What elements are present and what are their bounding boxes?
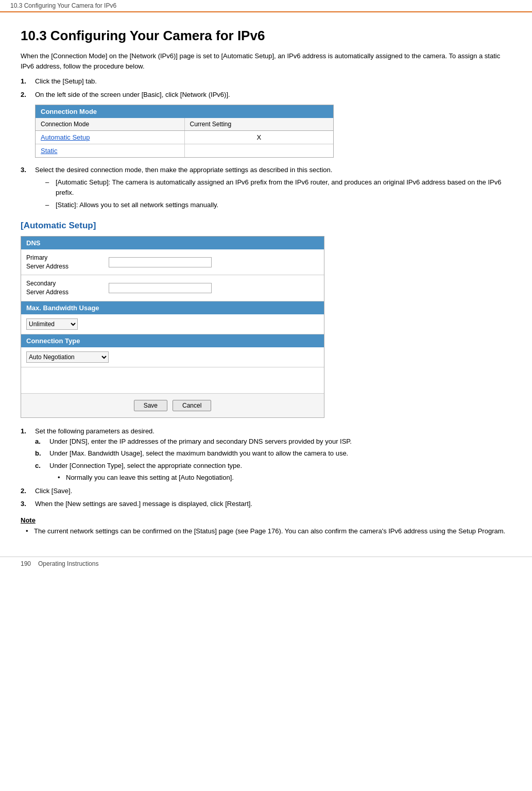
sub-a-label: a.: [35, 436, 49, 447]
automatic-setup-heading: [Automatic Setup]: [21, 221, 511, 231]
intro-paragraph: When the [Connection Mode] on the [Netwo…: [21, 51, 511, 71]
after-step-1-text: Set the following parameters as desired.: [35, 427, 155, 435]
after-step-3-text: When the [New settings are saved.] messa…: [35, 499, 511, 509]
page-content: 10.3 Configuring Your Camera for IPv6 Wh…: [0, 12, 532, 546]
automatic-setup-value: X: [185, 131, 334, 144]
connection-type-header: Connection Type: [21, 334, 324, 347]
sub-b-label: b.: [35, 448, 49, 459]
settings-panel: DNS PrimaryServer Address SecondaryServe…: [21, 236, 324, 418]
step-3-sub: – [Automatic Setup]: The camera is autom…: [45, 177, 511, 211]
after-step-2: 2. Click [Save].: [21, 486, 511, 496]
table-col-headers: Connection Mode Current Setting: [36, 118, 333, 131]
save-button[interactable]: Save: [134, 400, 167, 411]
after-step-3: 3. When the [New settings are saved.] me…: [21, 499, 511, 509]
dash-1: –: [45, 177, 56, 199]
sub-step-b: b. Under [Max. Bandwidth Usage], select …: [35, 448, 511, 459]
step-1: 1. Click the [Setup] tab.: [21, 76, 511, 87]
sub-c-label: c.: [35, 461, 49, 471]
after-step-1-content: Set the following parameters as desired.…: [35, 426, 511, 483]
step-2: 2. On the left side of the screen under …: [21, 90, 511, 100]
dns-header: DNS: [21, 237, 324, 249]
after-step-1-num: 1.: [21, 426, 35, 483]
primary-server-row: PrimaryServer Address: [21, 249, 324, 276]
bullet-symbol: •: [58, 473, 66, 483]
bandwidth-select[interactable]: Unlimited: [26, 318, 78, 330]
step-3-content: Select the desired connection mode, then…: [35, 165, 511, 212]
col-current-setting: Current Setting: [185, 118, 334, 130]
table-header: Connection Mode: [36, 105, 333, 118]
page-footer: 190 Operating Instructions: [0, 557, 532, 570]
footer-label: Operating Instructions: [38, 560, 98, 567]
sub-c-text: Under [Connection Type], select the appr…: [49, 461, 242, 471]
note-bullet-symbol: •: [26, 526, 34, 536]
static-cell: Static: [36, 144, 185, 157]
dash-2-text: [Static]: Allows you to set all network …: [56, 200, 218, 211]
bandwidth-row: Unlimited: [21, 314, 324, 334]
after-step-2-num: 2.: [21, 486, 35, 496]
col-connection-mode: Connection Mode: [36, 118, 185, 130]
sub-step-c: c. Under [Connection Type], select the a…: [35, 461, 511, 471]
page-number: 190: [21, 560, 31, 567]
after-step-2-text: Click [Save].: [35, 486, 511, 496]
dash-item-1: – [Automatic Setup]: The camera is autom…: [45, 177, 511, 199]
connection-type-select[interactable]: Auto Negotiation: [26, 351, 109, 363]
dash-item-2: – [Static]: Allows you to set all networ…: [45, 200, 511, 211]
step-1-num: 1.: [21, 76, 35, 87]
static-link[interactable]: Static: [41, 147, 58, 155]
step-3-text: Select the desired connection mode, then…: [35, 166, 332, 174]
automatic-setup-cell: Automatic Setup: [36, 131, 185, 144]
note-section: Note • The current network settings can …: [21, 516, 511, 536]
panel-buttons: Save Cancel: [21, 393, 324, 417]
step-3: 3. Select the desired connection mode, t…: [21, 165, 511, 212]
page-header: 10.3 Configuring Your Camera for IPv6: [0, 0, 532, 12]
header-title: 10.3 Configuring Your Camera for IPv6: [10, 2, 116, 9]
primary-server-input[interactable]: [109, 257, 212, 267]
table-row-static: Static: [36, 144, 333, 157]
static-value: [185, 144, 334, 157]
dash-1-text: [Automatic Setup]: The camera is automat…: [56, 177, 511, 199]
note-title: Note: [21, 516, 511, 524]
empty-space: [21, 367, 324, 393]
note-bullet-text: The current network settings can be conf…: [34, 526, 505, 536]
bandwidth-header: Max. Bandwidth Usage: [21, 301, 324, 314]
automatic-setup-link[interactable]: Automatic Setup: [41, 133, 90, 141]
connection-mode-table: Connection Mode Connection Mode Current …: [35, 105, 334, 158]
bullet-item-auto: • Normally you can leave this setting at…: [58, 473, 511, 483]
connection-type-row: Auto Negotiation: [21, 347, 324, 367]
step-2-num: 2.: [21, 90, 35, 100]
step-2-text: On the left side of the screen under [Ba…: [35, 90, 511, 100]
sub-step-a: a. Under [DNS], enter the IP addresses o…: [35, 436, 511, 447]
after-panel-steps: 1. Set the following parameters as desir…: [21, 426, 511, 509]
sub-b-text: Under [Max. Bandwidth Usage], select the…: [49, 448, 348, 459]
secondary-server-input[interactable]: [109, 283, 212, 293]
note-bullet: • The current network settings can be co…: [26, 526, 511, 536]
cancel-button[interactable]: Cancel: [173, 400, 211, 411]
secondary-server-row: SecondaryServer Address: [21, 275, 324, 301]
page-title: 10.3 Configuring Your Camera for IPv6: [21, 28, 511, 44]
sub-a-text: Under [DNS], enter the IP addresses of t…: [49, 436, 352, 447]
primary-server-label: PrimaryServer Address: [26, 254, 109, 271]
bullet-text: Normally you can leave this setting at […: [66, 473, 234, 483]
secondary-server-label: SecondaryServer Address: [26, 279, 109, 297]
table-row-automatic: Automatic Setup X: [36, 131, 333, 144]
step-3-num: 3.: [21, 165, 35, 212]
dash-2: –: [45, 200, 56, 211]
step-1-text: Click the [Setup] tab.: [35, 76, 511, 87]
after-step-1: 1. Set the following parameters as desir…: [21, 426, 511, 483]
after-step-3-num: 3.: [21, 499, 35, 509]
